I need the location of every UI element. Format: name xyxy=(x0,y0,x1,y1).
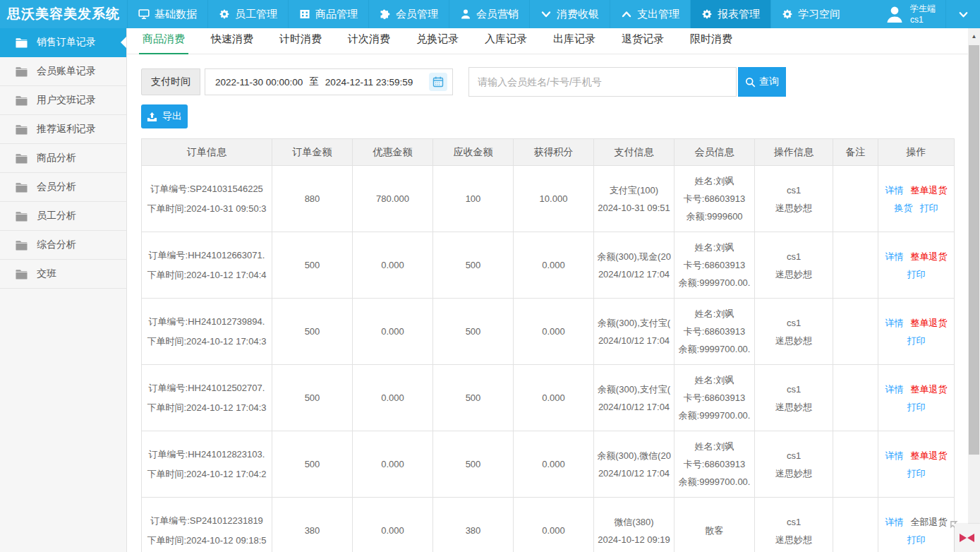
tab-item[interactable]: 计时消费 xyxy=(276,32,325,54)
print-link[interactable]: 打印 xyxy=(907,399,926,415)
scroll-up-arrow[interactable]: ▲ xyxy=(968,31,980,41)
nav-item[interactable]: 会员营销 xyxy=(449,0,529,28)
table-row: 订单编号:HH241012502707.下单时间:2024-10-12 17:0… xyxy=(142,365,955,431)
sidebar-item[interactable]: 会员账单记录 xyxy=(0,57,126,86)
nav-item[interactable]: 员工管理 xyxy=(207,0,288,28)
cell-line: 880 xyxy=(275,191,349,206)
cell-line: 500 xyxy=(275,324,349,339)
user-role: 学生端 xyxy=(910,3,936,14)
operator-info-cell: cs1迷思妙想 xyxy=(755,232,833,299)
tab-item[interactable]: 出库记录 xyxy=(550,32,599,54)
collapse-chevron-button[interactable] xyxy=(945,0,980,28)
date-separator: 至 xyxy=(309,76,319,88)
search-button[interactable]: 查询 xyxy=(738,67,786,97)
order-amount-cell: 500 xyxy=(272,232,353,299)
tab-item[interactable]: 快速消费 xyxy=(207,32,257,54)
actions-cell: 详情整单退货换货打印 xyxy=(878,166,955,232)
refund-order-link[interactable]: 整单退货 xyxy=(911,182,948,198)
sidebar-item[interactable]: 商品分析 xyxy=(0,144,126,173)
cell-line: 卡号:68603913 xyxy=(677,258,751,272)
order-amount-cell: 380 xyxy=(272,498,353,552)
refund-all-link[interactable]: 全部退货 xyxy=(911,514,948,530)
table-header-row: 订单信息订单金额优惠金额应收金额获得积分支付信息会员信息操作信息备注操作 xyxy=(142,139,955,166)
remark-cell xyxy=(833,299,878,365)
payment-info-cell: 余额(300),现金(202024/10/12 17:04 xyxy=(594,232,674,299)
cell-line: 迷思妙想 xyxy=(758,333,830,348)
detail-link[interactable]: 详情 xyxy=(885,315,904,331)
nav-item[interactable]: 学习空间 xyxy=(770,0,851,28)
nav-item[interactable]: 商品管理 xyxy=(288,0,368,28)
sidebar-item[interactable]: 综合分析 xyxy=(0,231,126,260)
pay-time-button[interactable]: 支付时间 xyxy=(141,68,200,95)
nav-item[interactable]: 消费收银 xyxy=(529,0,610,28)
payment-info-cell: 支付宝(100)2024-10-31 09:51 xyxy=(594,166,674,232)
print-link[interactable]: 打印 xyxy=(907,332,926,349)
sidebar-item[interactable]: 销售订单记录 xyxy=(0,28,126,57)
nav-item-label: 消费收银 xyxy=(557,8,599,21)
print-link[interactable]: 打印 xyxy=(907,465,926,481)
nav-item[interactable]: 报表管理 xyxy=(690,0,770,28)
detail-link[interactable]: 详情 xyxy=(885,514,904,530)
tab-item[interactable]: 入库记录 xyxy=(481,32,531,54)
print-link[interactable]: 打印 xyxy=(907,266,926,282)
export-button[interactable]: 导出 xyxy=(141,104,188,128)
sidebar-item-label: 综合分析 xyxy=(37,239,76,251)
cell-line: 下单时间:2024-10-12 17:04:4 xyxy=(145,268,269,282)
recorder-overlay-artifact xyxy=(955,524,980,552)
sidebar-item-label: 交班 xyxy=(37,268,56,280)
date-filter-group: 支付时间 2022-11-30 00:00:00 至 2024-12-11 23… xyxy=(141,68,453,95)
print-link[interactable]: 打印 xyxy=(907,532,926,548)
folder-icon xyxy=(16,66,28,77)
search-input[interactable] xyxy=(468,67,737,97)
cell-line: 0.000 xyxy=(516,258,591,272)
member-info-cell: 姓名:刘飒卡号:68603913余额:9999700.00. xyxy=(674,299,755,365)
tab-item[interactable]: 兑换记录 xyxy=(413,32,462,54)
nav-item-label: 会员管理 xyxy=(396,8,438,21)
tab-item[interactable]: 退货记录 xyxy=(618,32,667,54)
user-menu[interactable]: 学生端 cs1 xyxy=(875,0,945,28)
sidebar-item[interactable]: 会员分析 xyxy=(0,173,126,202)
calendar-icon[interactable] xyxy=(429,73,447,91)
actions-cell: 详情全部退货打印 xyxy=(878,498,955,552)
cell-line: 姓名:刘飒 xyxy=(677,306,751,321)
sidebar-item[interactable]: 推荐返利记录 xyxy=(0,115,126,144)
detail-link[interactable]: 详情 xyxy=(885,381,904,397)
chevron-up-icon xyxy=(621,8,632,20)
cell-line: cs1 xyxy=(758,249,830,264)
sidebar-item[interactable]: 员工分析 xyxy=(0,202,126,231)
refund-order-link[interactable]: 整单退货 xyxy=(911,448,948,464)
nav-item[interactable]: 会员管理 xyxy=(368,0,449,28)
scrollbar-thumb[interactable] xyxy=(969,45,979,455)
cell-line: 余额(300),微信(20 xyxy=(597,448,671,463)
detail-link[interactable]: 详情 xyxy=(885,448,904,464)
tab-item[interactable]: 计次消费 xyxy=(344,32,394,54)
nav-item[interactable]: 基础数据 xyxy=(127,0,207,28)
cell-line: 余额(300),支付宝( xyxy=(597,382,671,397)
nav-item-label: 商品管理 xyxy=(315,8,358,21)
exchange-link[interactable]: 换货 xyxy=(895,200,913,216)
detail-link[interactable]: 详情 xyxy=(885,248,904,265)
cell-line: cs1 xyxy=(758,316,830,330)
vertical-scrollbar[interactable]: ▲ xyxy=(968,28,980,552)
member-info-cell: 姓名:刘飒卡号:68603913余额:9999700.00. xyxy=(674,431,755,498)
sidebar-item-label: 会员账单记录 xyxy=(37,65,96,78)
detail-link[interactable]: 详情 xyxy=(885,182,904,198)
sidebar-item-label: 销售订单记录 xyxy=(37,36,96,49)
sidebar-item[interactable]: 交班 xyxy=(0,260,126,289)
tab-item[interactable]: 限时消费 xyxy=(686,32,736,54)
sidebar-item[interactable]: 用户交班记录 xyxy=(0,86,126,115)
cell-line: 散客 xyxy=(677,523,751,538)
sidebar-item-label: 员工分析 xyxy=(37,210,76,222)
refund-order-link[interactable]: 整单退货 xyxy=(911,248,948,265)
nav-item[interactable]: 支出管理 xyxy=(610,0,690,28)
cell-line: 卡号:68603913 xyxy=(677,191,751,206)
cell-line: 迷思妙想 xyxy=(758,466,830,481)
tab-item[interactable]: 商品消费 xyxy=(139,32,188,54)
print-link[interactable]: 打印 xyxy=(920,200,938,216)
cell-line: 下单时间:2024-10-12 17:04:3 xyxy=(145,334,269,349)
refund-order-link[interactable]: 整单退货 xyxy=(911,315,948,331)
refund-order-link[interactable]: 整单退货 xyxy=(911,381,948,397)
date-range-input[interactable]: 2022-11-30 00:00:00 至 2024-12-11 23:59:5… xyxy=(205,68,453,95)
actions-cell: 详情整单退货打印 xyxy=(878,431,955,498)
cell-line: 订单编号:SP241012231819 xyxy=(145,513,269,528)
